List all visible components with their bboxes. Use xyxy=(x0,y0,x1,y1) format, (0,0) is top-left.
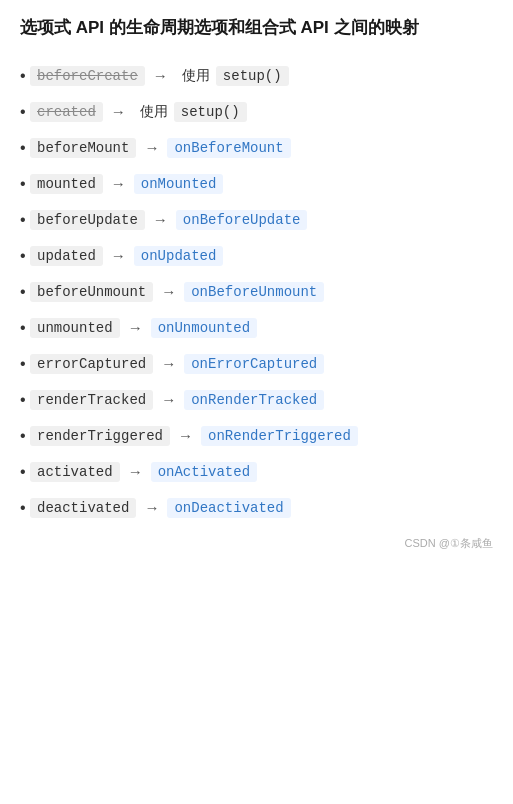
list-item: beforeMount→onBeforeMount xyxy=(20,130,493,166)
from-tag: updated xyxy=(30,246,103,266)
from-tag: beforeUnmount xyxy=(30,282,153,302)
from-tag: beforeUpdate xyxy=(30,210,145,230)
to-tag: onUpdated xyxy=(134,246,224,266)
from-tag: created xyxy=(30,102,103,122)
list-item: errorCaptured→onErrorCaptured xyxy=(20,346,493,382)
watermark: CSDN @①条咸鱼 xyxy=(20,536,493,551)
list-item: beforeUpdate→onBeforeUpdate xyxy=(20,202,493,238)
list-item: updated→onUpdated xyxy=(20,238,493,274)
use-text: 使用 xyxy=(140,103,168,121)
list-item: unmounted→onUnmounted xyxy=(20,310,493,346)
from-tag: deactivated xyxy=(30,498,136,518)
list-item: renderTracked→onRenderTracked xyxy=(20,382,493,418)
from-tag: activated xyxy=(30,462,120,482)
list-item: renderTriggered→onRenderTriggered xyxy=(20,418,493,454)
arrow-icon: → xyxy=(178,427,193,444)
list-item: mounted→onMounted xyxy=(20,166,493,202)
arrow-icon: → xyxy=(153,211,168,228)
from-tag: errorCaptured xyxy=(30,354,153,374)
arrow-icon: → xyxy=(144,499,159,516)
arrow-icon: → xyxy=(144,139,159,156)
lifecycle-list: beforeCreate→使用setup()created→使用setup()b… xyxy=(20,58,493,526)
to-tag: setup() xyxy=(174,102,247,122)
to-tag: onBeforeUpdate xyxy=(176,210,308,230)
arrow-icon: → xyxy=(161,391,176,408)
from-tag: mounted xyxy=(30,174,103,194)
arrow-icon: → xyxy=(161,283,176,300)
from-tag: renderTracked xyxy=(30,390,153,410)
list-item: beforeCreate→使用setup() xyxy=(20,58,493,94)
to-tag: setup() xyxy=(216,66,289,86)
list-item: deactivated→onDeactivated xyxy=(20,490,493,526)
from-tag: renderTriggered xyxy=(30,426,170,446)
arrow-icon: → xyxy=(111,247,126,264)
page-title: 选项式 API 的生命周期选项和组合式 API 之间的映射 xyxy=(20,16,493,40)
to-tag: onErrorCaptured xyxy=(184,354,324,374)
arrow-icon: → xyxy=(161,355,176,372)
arrow-icon: → xyxy=(111,103,126,120)
to-tag: onBeforeMount xyxy=(167,138,290,158)
list-item: created→使用setup() xyxy=(20,94,493,130)
from-tag: unmounted xyxy=(30,318,120,338)
arrow-icon: → xyxy=(111,175,126,192)
list-item: beforeUnmount→onBeforeUnmount xyxy=(20,274,493,310)
to-tag: onBeforeUnmount xyxy=(184,282,324,302)
to-tag: onActivated xyxy=(151,462,257,482)
arrow-icon: → xyxy=(128,463,143,480)
from-tag: beforeCreate xyxy=(30,66,145,86)
to-tag: onMounted xyxy=(134,174,224,194)
from-tag: beforeMount xyxy=(30,138,136,158)
list-item: activated→onActivated xyxy=(20,454,493,490)
to-tag: onRenderTriggered xyxy=(201,426,358,446)
to-tag: onRenderTracked xyxy=(184,390,324,410)
to-tag: onDeactivated xyxy=(167,498,290,518)
arrow-icon: → xyxy=(128,319,143,336)
use-text: 使用 xyxy=(182,67,210,85)
to-tag: onUnmounted xyxy=(151,318,257,338)
arrow-icon: → xyxy=(153,67,168,84)
